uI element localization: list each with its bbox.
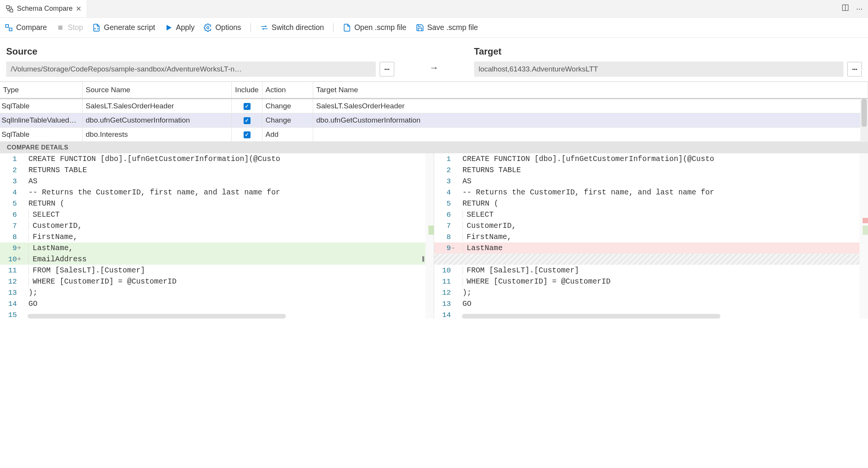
include-checkbox[interactable]: ✓ <box>244 103 251 110</box>
switch-direction-button[interactable]: Switch direction <box>260 23 324 32</box>
code-line: 11FROM [SalesLT].[Customer] <box>0 265 434 276</box>
open-file-button[interactable]: Open .scmp file <box>343 23 406 32</box>
code-line: 3AS <box>0 176 434 187</box>
cell-source-name: SalesLT.SalesOrderHeader <box>83 99 232 113</box>
generate-script-button[interactable]: Generate script <box>92 23 155 32</box>
cell-type: SqlTable <box>0 128 83 141</box>
code-line: 8FirstName, <box>434 231 868 242</box>
col-type[interactable]: Type <box>0 82 83 98</box>
source-editor[interactable]: 1CREATE FUNCTION [dbo].[ufnGetCustomerIn… <box>0 153 434 319</box>
code-line: 12); <box>434 287 868 298</box>
editor-horizontal-scrollbar[interactable] <box>462 314 860 319</box>
grid-row[interactable]: SqlTabledbo.Interests✓Add <box>0 128 868 142</box>
code-content: ); <box>458 289 868 297</box>
cell-source-name: dbo.ufnGetCustomerInformation <box>83 113 232 127</box>
code-content: RETURN ( <box>24 199 434 208</box>
grid-scrollbar-thumb[interactable] <box>861 99 867 127</box>
col-source-name[interactable]: Source Name <box>83 82 232 98</box>
cell-include[interactable]: ✓ <box>232 128 262 141</box>
direction-arrow-icon: → <box>425 62 443 77</box>
stop-label: Stop <box>68 23 83 32</box>
line-number: 12 <box>0 277 24 286</box>
editor-horizontal-scrollbar[interactable] <box>28 314 425 319</box>
code-line: 1CREATE FUNCTION [dbo].[ufnGetCustomerIn… <box>434 153 868 164</box>
code-content: GO <box>24 300 434 308</box>
more-actions-icon[interactable]: ··· <box>856 4 863 13</box>
switch-label: Switch direction <box>272 23 324 32</box>
minimap-right[interactable] <box>860 153 868 319</box>
target-browse-button[interactable]: ··· <box>847 62 862 76</box>
target-editor[interactable]: 1CREATE FUNCTION [dbo].[ufnGetCustomerIn… <box>434 153 868 319</box>
line-number: 1 <box>0 155 24 163</box>
source-input[interactable]: /Volumes/Storage/CodeRepos/sample-sandbo… <box>6 61 376 77</box>
source-column: Source /Volumes/Storage/CodeRepos/sample… <box>6 46 394 77</box>
line-number: 9+ <box>0 244 24 252</box>
close-icon[interactable]: ✕ <box>76 5 81 13</box>
cell-include[interactable]: ✓ <box>232 113 262 127</box>
minimap-left[interactable] <box>425 153 434 319</box>
minimap-add-marker <box>428 226 434 235</box>
code-line: 6SELECT <box>434 209 868 220</box>
line-number <box>434 255 458 264</box>
target-input[interactable]: localhost,61433.AdventureWorksLTT <box>474 61 844 77</box>
line-number: 5 <box>434 199 458 208</box>
col-include[interactable]: Include <box>232 82 262 98</box>
save-file-button[interactable]: Save .scmp file <box>416 23 478 32</box>
col-action[interactable]: Action <box>262 82 313 98</box>
svg-rect-1 <box>10 9 13 12</box>
line-number: 3 <box>0 177 24 186</box>
code-line: 5RETURN ( <box>434 198 868 209</box>
code-content: RETURNS TABLE <box>24 166 434 174</box>
editor-scrollbar-thumb[interactable] <box>462 314 720 319</box>
code-line: 4-- Returns the CustomerID, first name, … <box>0 187 434 198</box>
diff-editors: 1CREATE FUNCTION [dbo].[ufnGetCustomerIn… <box>0 153 868 319</box>
code-content: LastName <box>458 244 868 252</box>
apply-button[interactable]: Apply <box>164 23 195 32</box>
line-number: 4 <box>0 188 24 197</box>
compare-icon <box>5 23 13 32</box>
toolbar-separator <box>333 23 334 32</box>
code-content: SELECT <box>458 211 868 219</box>
line-number: 14 <box>0 300 24 308</box>
editor-scrollbar-thumb[interactable] <box>28 314 286 319</box>
script-icon <box>92 23 101 32</box>
compare-button[interactable]: Compare <box>5 23 47 32</box>
line-number: 10 <box>434 266 458 275</box>
include-checkbox[interactable]: ✓ <box>244 117 251 124</box>
line-number: 8 <box>434 233 458 241</box>
source-browse-button[interactable]: ··· <box>380 62 394 76</box>
col-target-name[interactable]: Target Name <box>313 82 868 98</box>
include-checkbox[interactable]: ✓ <box>244 131 251 138</box>
line-number: 8 <box>0 233 24 241</box>
code-content: -- Returns the CustomerID, first name, a… <box>458 188 868 197</box>
code-content: CustomerID, <box>24 222 434 230</box>
code-content: ); <box>24 289 434 297</box>
cell-type: SqlTable <box>0 99 83 113</box>
line-number: 4 <box>434 188 458 197</box>
code-content: CustomerID, <box>458 222 868 230</box>
line-number: 2 <box>0 166 24 174</box>
cell-target-name <box>313 128 868 141</box>
code-line: 3AS <box>434 176 868 187</box>
line-number: 15 <box>0 311 24 319</box>
grid-row[interactable]: SqlTableSalesLT.SalesOrderHeader✓ChangeS… <box>0 99 868 113</box>
code-content: AS <box>24 177 434 186</box>
code-line: 14GO <box>0 298 434 309</box>
code-content: RETURN ( <box>458 199 868 208</box>
svg-rect-5 <box>9 28 12 30</box>
cell-include[interactable]: ✓ <box>232 99 262 113</box>
source-title: Source <box>6 46 394 57</box>
code-line: 11WHERE [CustomerID] = @CustomerID <box>434 276 868 287</box>
minimap-del-marker <box>863 218 868 223</box>
svg-marker-7 <box>166 25 171 30</box>
tab-schema-compare[interactable]: Schema Compare ✕ <box>0 0 87 17</box>
options-button[interactable]: Options <box>204 23 241 32</box>
grid-body: SqlTableSalesLT.SalesOrderHeader✓ChangeS… <box>0 99 868 142</box>
svg-rect-4 <box>6 24 8 27</box>
cell-target-name: SalesLT.SalesOrderHeader <box>313 99 868 113</box>
grid-scrollbar[interactable] <box>860 99 868 142</box>
grid-header: Type Source Name Include Action Target N… <box>0 82 868 99</box>
split-editor-icon[interactable] <box>841 4 849 13</box>
cell-action: Add <box>262 128 313 141</box>
grid-row[interactable]: SqlInlineTableValuedFu…dbo.ufnGetCustome… <box>0 113 868 128</box>
